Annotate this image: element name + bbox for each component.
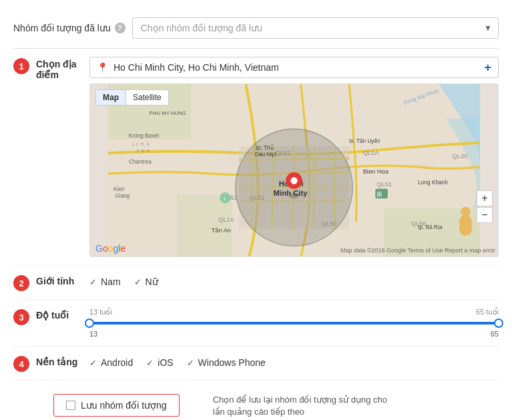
platform-content: ✓ Android ✓ iOS ✓ Windows Phone (89, 355, 499, 368)
svg-text:QL50: QL50 (322, 220, 337, 227)
svg-text:Krong Bavet: Krong Bavet (129, 133, 160, 139)
svg-point-45 (290, 177, 297, 184)
step-number-1: 1 (13, 58, 29, 74)
gender-options: ✓ Nam ✓ Nữ (89, 276, 499, 287)
age-slider-thumb-min[interactable] (85, 319, 94, 328)
map-tabs: Map Satellite (95, 89, 169, 106)
map-svg: QL62 QL62 QL1A QL50 QL51 QL56 QL20 QL22 … (90, 84, 498, 256)
saved-group-text: Nhóm đối tượng đã lưu (13, 23, 111, 33)
age-slider-track[interactable] (89, 322, 499, 325)
svg-text:QL51: QL51 (376, 181, 392, 188)
age-min-label: 13 tuổi (89, 308, 112, 317)
gender-option-nam[interactable]: ✓ Nam (89, 276, 121, 287)
age-current-min: 13 (89, 330, 97, 338)
platform-option-android[interactable]: ✓ Android (89, 357, 133, 368)
age-current-max: 65 (491, 330, 499, 338)
saved-group-select[interactable]: Chọn nhóm đối tượng đã lưu (132, 17, 499, 39)
svg-text:ំក្រុង: ំក្រុង (132, 142, 150, 148)
gender-option-nu[interactable]: ✓ Nữ (134, 276, 158, 287)
location-content: 📍 Ho Chi Minh City, Ho Chi Minh, Vietnam… (89, 57, 499, 257)
svg-text:Bien Hoa: Bien Hoa (363, 168, 389, 175)
platform-android-label: Android (101, 357, 133, 368)
google-logo: Google (95, 243, 125, 254)
svg-text:tx. Tân Uyên: tx. Tân Uyên (349, 138, 380, 144)
age-labels: 13 tuổi 65 tuổi (89, 308, 499, 317)
map-container: QL62 QL62 QL1A QL50 QL51 QL56 QL20 QL22 … (89, 83, 499, 257)
platform-section: 4 Nền tảng ✓ Android ✓ iOS ✓ Windows Pho… (13, 347, 499, 381)
location-input-wrap: 📍 Ho Chi Minh City, Ho Chi Minh, Vietnam… (89, 57, 499, 78)
svg-text:Long Khanh: Long Khanh (418, 180, 448, 186)
svg-text:tp. Bà Rịa: tp. Bà Rịa (418, 224, 443, 230)
gender-nam-label: Nam (101, 276, 121, 287)
help-icon[interactable]: ? (115, 23, 125, 33)
svg-text:QL1A: QL1A (363, 150, 380, 156)
step-number-4: 4 (13, 356, 29, 372)
platform-options: ✓ Android ✓ iOS ✓ Windows Phone (89, 357, 499, 368)
map-tab-satellite[interactable]: Satellite (126, 90, 168, 105)
location-pin-icon: 📍 (97, 62, 108, 73)
age-slider-fill (89, 322, 499, 325)
platform-option-ios[interactable]: ✓ iOS (146, 357, 173, 368)
step-number-2: 2 (13, 275, 29, 291)
gender-section: 2 Giới tính ✓ Nam ✓ Nữ (13, 266, 499, 300)
platform-option-windows-phone[interactable]: ✓ Windows Phone (187, 357, 266, 368)
check-icon-ios: ✓ (146, 358, 154, 368)
svg-text:tp. Thủ: tp. Thủ (256, 144, 274, 151)
svg-text:⊞: ⊞ (376, 190, 382, 198)
step-number-3: 3 (13, 309, 29, 325)
svg-text:QL20: QL20 (453, 153, 468, 160)
location-value: Ho Chi Minh City, Ho Chi Minh, Vietnam (113, 62, 479, 73)
svg-text:Dầu Một: Dầu Một (255, 152, 277, 158)
age-section: 3 Độ tuổi 13 tuổi 65 tuổi 13 65 (13, 300, 499, 347)
save-group-area: Lưu nhóm đối tượng (53, 394, 180, 417)
map-controls: + − (477, 190, 493, 223)
svg-point-43 (288, 193, 300, 198)
svg-point-47 (461, 207, 470, 216)
save-checkbox-label: Lưu nhóm đối tượng (81, 400, 167, 411)
location-section: 1 Chọn địa điểm 📍 Ho Chi Minh City, Ho C… (13, 49, 499, 266)
save-description: Chọn để lưu lại nhóm đối tượng sử dụng c… (213, 394, 400, 418)
zoom-in-button[interactable]: + (477, 190, 493, 206)
age-values: 13 65 (89, 330, 499, 338)
zoom-out-button[interactable]: − (477, 207, 493, 223)
location-title: Chọn địa điểm (36, 59, 89, 80)
svg-text:QL1A: QL1A (218, 216, 235, 223)
map-tab-map[interactable]: Map (96, 90, 126, 105)
svg-text:QL22: QL22 (276, 150, 291, 156)
svg-rect-46 (459, 215, 472, 236)
check-icon-windows-phone: ✓ (187, 358, 194, 368)
age-max-label: 65 tuổi (476, 308, 499, 317)
gender-nu-label: Nữ (146, 276, 158, 287)
bottom-save-section: Lưu nhóm đối tượng Chọn để lưu lại nhóm … (13, 381, 499, 420)
platform-title: Nền tảng (36, 357, 89, 367)
check-icon-nu: ✓ (134, 277, 142, 287)
platform-ios-label: iOS (158, 357, 173, 368)
age-content: 13 tuổi 65 tuổi 13 65 (89, 308, 499, 338)
svg-text:PHU MY HUNG: PHU MY HUNG (150, 110, 186, 116)
check-icon-android: ✓ (89, 358, 97, 368)
age-title: Độ tuổi (36, 310, 89, 321)
gender-content: ✓ Nam ✓ Nữ (89, 274, 499, 287)
location-add-button[interactable]: + (484, 61, 491, 73)
save-checkbox-row[interactable]: Lưu nhóm đối tượng (53, 394, 180, 417)
map-copyright: Map data ©2016 Google Terms of Use Repor… (340, 247, 495, 254)
svg-text:ខត្ត: ខត្ត (136, 148, 151, 154)
saved-group-row: Nhóm đối tượng đã lưu ? Chọn nhóm đối tư… (13, 11, 499, 49)
age-slider-thumb-max[interactable] (494, 319, 503, 328)
svg-text:QL62: QL62 (249, 194, 264, 201)
saved-group-select-wrap: Chọn nhóm đối tượng đã lưu ▼ (132, 17, 499, 39)
save-checkbox[interactable] (66, 401, 75, 410)
saved-group-label: Nhóm đối tượng đã lưu ? (13, 23, 125, 33)
svg-text:Tân An: Tân An (212, 227, 231, 234)
svg-text:Kien: Kien (113, 186, 125, 192)
svg-rect-3 (177, 194, 232, 256)
check-icon-nam: ✓ (89, 277, 97, 287)
svg-text:1: 1 (223, 196, 226, 202)
svg-text:Chantrea: Chantrea (129, 159, 152, 165)
gender-title: Giới tính (36, 276, 89, 286)
age-slider-wrap: 13 tuổi 65 tuổi 13 65 (89, 308, 499, 338)
platform-windows-phone-label: Windows Phone (198, 357, 266, 368)
svg-text:Giang: Giang (115, 193, 130, 199)
